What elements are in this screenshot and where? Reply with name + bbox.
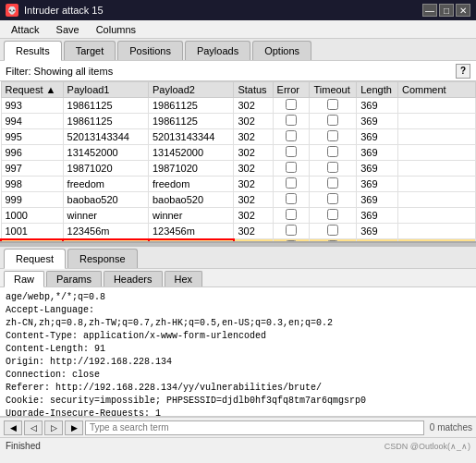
cell-timeout <box>310 177 357 192</box>
tab-options[interactable]: Options <box>252 41 311 60</box>
cell-length: 369 <box>357 98 398 114</box>
cell-status: 302 <box>234 145 273 161</box>
cell-payload2: 131452000 <box>149 145 234 161</box>
status-text: Finished <box>6 441 41 451</box>
cell-payload1: 123456m <box>63 224 148 239</box>
cell-timeout <box>310 192 357 208</box>
cell-comment <box>397 224 475 239</box>
menu-save[interactable]: Save <box>49 22 87 37</box>
tab-response[interactable]: Response <box>67 249 138 268</box>
tab-payloads[interactable]: Payloads <box>185 41 250 60</box>
nav-last-button[interactable]: ▶ <box>65 420 83 435</box>
table-row[interactable]: 1000winnerwinner302369 <box>1 208 476 224</box>
tab-positions[interactable]: Positions <box>117 41 183 60</box>
col-comment[interactable]: Comment <box>397 82 475 98</box>
table-row[interactable]: 9931986112519861125302369 <box>1 98 476 114</box>
col-error[interactable]: Error <box>273 82 310 98</box>
response-line: Connection: close <box>6 369 470 382</box>
cell-error <box>273 145 310 161</box>
cell-payload1: winner <box>63 208 148 224</box>
sub-tab-raw[interactable]: Raw <box>4 271 44 287</box>
cell-payload2: freedom <box>149 177 234 192</box>
sub-tab-params[interactable]: Params <box>46 271 102 286</box>
tab-results[interactable]: Results <box>4 41 62 61</box>
cell-timeout <box>310 145 357 161</box>
col-request[interactable]: Request ▲ <box>1 82 63 98</box>
table-row[interactable]: 1001123456m123456m302369 <box>1 224 476 239</box>
cell-status: 302 <box>234 98 273 114</box>
cell-length: 369 <box>357 161 398 177</box>
cell-timeout <box>310 114 357 129</box>
cell-payload1: 52013143344 <box>63 129 148 145</box>
cell-request: 995 <box>1 129 63 145</box>
cell-status: 302 <box>234 177 273 192</box>
title-bar: 💀 Intruder attack 15 — □ ✕ <box>0 0 476 20</box>
menu-columns[interactable]: Columns <box>89 22 143 37</box>
sub-tab-headers[interactable]: Headers <box>104 271 163 286</box>
cell-error <box>273 129 310 145</box>
response-line: zh-CN,zh;q=0.8,zh-TW;q=0.7,zh-HK;q=0.5,e… <box>6 317 470 330</box>
cell-length: 369 <box>357 129 398 145</box>
cell-timeout <box>310 208 357 224</box>
response-line: Origin: http://192.168.228.134 <box>6 356 470 369</box>
cell-payload1: freedom <box>63 177 148 192</box>
col-status[interactable]: Status <box>234 82 273 98</box>
maximize-button[interactable]: □ <box>439 4 454 17</box>
cell-error <box>273 208 310 224</box>
cell-request: 999 <box>1 192 63 208</box>
col-timeout[interactable]: Timeout <box>310 82 357 98</box>
status-bar: Finished CSDN @Outlook(∧_∧) <box>0 437 476 454</box>
table-row[interactable]: 9955201314334452013143344302369 <box>1 129 476 145</box>
close-button[interactable]: ✕ <box>456 4 470 17</box>
cell-comment <box>397 114 475 129</box>
tab-target[interactable]: Target <box>64 41 116 60</box>
filter-text: Filter: Showing all items <box>6 66 113 77</box>
table-row[interactable]: 998freedomfreedom302369 <box>1 177 476 192</box>
cell-request: 1000 <box>1 208 63 224</box>
table-row[interactable]: 996131452000131452000302369 <box>1 145 476 161</box>
minimize-button[interactable]: — <box>422 4 437 17</box>
response-line: Cookie: security=impossible; PHPSESSID=d… <box>6 395 470 408</box>
results-table: Request ▲ Payload1 Payload2 Status Error… <box>0 81 476 243</box>
cell-status: 302 <box>234 224 273 239</box>
cell-comment <box>397 208 475 224</box>
watermark: CSDN @Outlook(∧_∧) <box>384 442 470 451</box>
help-button[interactable]: ? <box>456 64 470 79</box>
cell-length: 369 <box>357 192 398 208</box>
cell-length: 369 <box>357 224 398 239</box>
cell-status: 302 <box>234 114 273 129</box>
response-line: Referer: http://192.168.228.134/yy/vulne… <box>6 382 470 395</box>
response-line: Accept-Language: <box>6 304 470 317</box>
col-payload1[interactable]: Payload1 <box>63 82 148 98</box>
cell-error <box>273 161 310 177</box>
cell-comment <box>397 98 475 114</box>
table-row[interactable]: 9941986112519861125302369 <box>1 114 476 129</box>
sub-tab-hex[interactable]: Hex <box>165 271 203 286</box>
cell-payload2: 52013143344 <box>149 129 234 145</box>
nav-prev-button[interactable]: ◁ <box>24 420 43 435</box>
nav-first-button[interactable]: ◀ <box>4 420 22 435</box>
col-length[interactable]: Length <box>357 82 398 98</box>
cell-request: 994 <box>1 114 63 129</box>
table-row[interactable]: 999baobao520baobao520302369 <box>1 192 476 208</box>
table-row[interactable]: 9971987102019871020302369 <box>1 161 476 177</box>
cell-comment <box>397 177 475 192</box>
response-content: age/webp,*/*;q=0.8Accept-Language:zh-CN,… <box>0 287 476 417</box>
main-tab-strip: Results Target Positions Payloads Option… <box>0 39 476 61</box>
response-line: Content-Length: 91 <box>6 343 470 356</box>
cell-timeout <box>310 224 357 239</box>
cell-status: 302 <box>234 129 273 145</box>
req-tab-strip: Request Response <box>0 247 476 269</box>
col-payload2[interactable]: Payload2 <box>149 82 234 98</box>
filter-bar: Filter: Showing all items ? <box>0 61 476 81</box>
menu-attack[interactable]: Attack <box>4 22 47 37</box>
cell-error <box>273 114 310 129</box>
sub-tab-strip: Raw Params Headers Hex <box>0 269 476 287</box>
cell-timeout <box>310 129 357 145</box>
results-table-container[interactable]: Request ▲ Payload1 Payload2 Status Error… <box>0 81 476 243</box>
search-input[interactable] <box>85 420 424 435</box>
nav-next-button[interactable]: ▷ <box>44 420 63 435</box>
tab-request[interactable]: Request <box>4 249 66 269</box>
cell-error <box>273 192 310 208</box>
cell-comment <box>397 161 475 177</box>
